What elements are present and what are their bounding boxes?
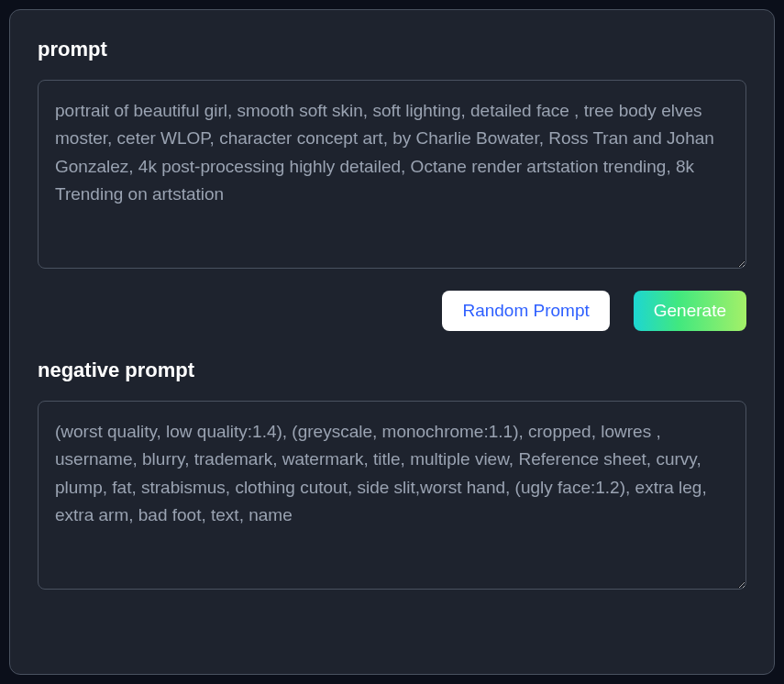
random-prompt-button[interactable]: Random Prompt [442, 291, 609, 331]
button-row: Random Prompt Generate [38, 291, 746, 331]
prompt-input[interactable] [38, 80, 746, 269]
prompt-panel: prompt Random Prompt Generate negative p… [9, 9, 775, 675]
negative-prompt-input[interactable] [38, 401, 746, 590]
negative-prompt-textarea-wrapper [38, 401, 746, 593]
negative-prompt-label: negative prompt [38, 359, 746, 382]
generate-button[interactable]: Generate [634, 291, 746, 331]
prompt-label: prompt [38, 38, 746, 61]
prompt-textarea-wrapper [38, 80, 746, 272]
